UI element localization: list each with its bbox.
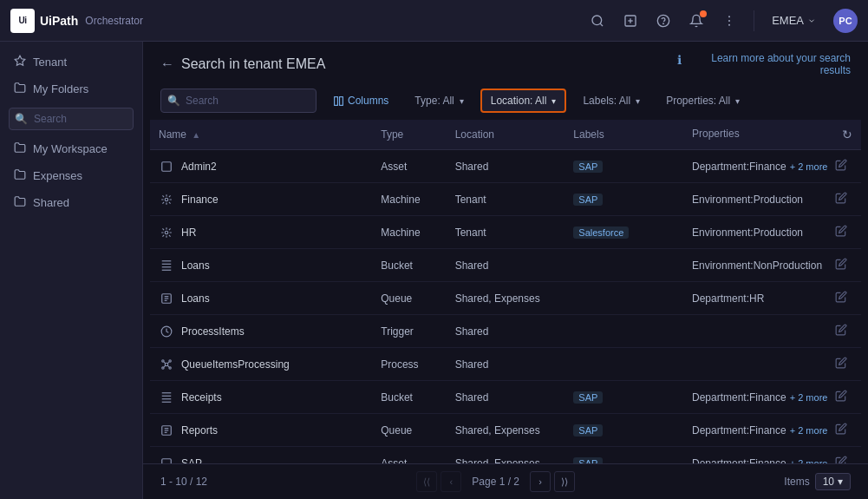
- cell-location: Tenant: [447, 216, 565, 249]
- asset-icon: [159, 456, 174, 464]
- row-name: Reports: [181, 424, 218, 437]
- svg-point-8: [728, 20, 730, 22]
- cell-type: Queue: [372, 414, 446, 447]
- table-row: ProcessItems Trigger Shared: [150, 315, 861, 348]
- cell-properties: Department:Finance+ 2 more: [683, 447, 861, 463]
- page-header-left: ← Search in tenant EMEA: [160, 56, 325, 72]
- cell-type: Asset: [372, 150, 446, 183]
- svg-point-29: [169, 366, 171, 368]
- first-page-button[interactable]: ⟨⟨: [416, 471, 437, 492]
- sidebar: Tenant My Folders 🔍 My Workspace Expense…: [0, 42, 143, 499]
- edit-button[interactable]: [830, 355, 852, 373]
- chevron-down-icon: ▾: [636, 96, 640, 106]
- help-button[interactable]: [649, 7, 677, 35]
- columns-label: Columns: [348, 95, 388, 107]
- avatar[interactable]: PC: [833, 9, 858, 33]
- cell-location: Shared, Expenses: [447, 447, 565, 464]
- row-name: Receipts: [181, 391, 222, 404]
- learn-more-link[interactable]: ℹ Learn more about your search results: [677, 52, 851, 76]
- edit-button[interactable]: [830, 454, 852, 463]
- cell-location: Shared, Expenses: [447, 282, 565, 315]
- chevron-down-icon: ▾: [735, 96, 740, 106]
- labels-filter[interactable]: Labels: All ▾: [573, 89, 649, 112]
- cell-location: Shared: [447, 381, 565, 414]
- results-table-container: Name ▲ Type Location Labels Properties ↻: [143, 120, 868, 463]
- edit-button[interactable]: [830, 190, 852, 208]
- items-per-page: Items 10 ▾: [784, 473, 851, 490]
- svg-line-30: [164, 362, 166, 364]
- edit-button[interactable]: [830, 223, 852, 241]
- edit-button[interactable]: [830, 388, 852, 406]
- cell-type: Machine: [372, 183, 446, 216]
- notification-button[interactable]: [682, 7, 710, 35]
- label-tag: SAP: [573, 424, 603, 437]
- label-tag: SAP: [573, 457, 603, 464]
- cell-name: Admin2: [150, 150, 372, 183]
- svg-line-1: [600, 23, 603, 26]
- cell-type: Machine: [372, 216, 446, 249]
- svg-marker-10: [15, 56, 25, 65]
- notification-badge: [700, 10, 707, 17]
- search-icon: 🔍: [167, 95, 180, 107]
- cell-type: Trigger: [372, 315, 446, 348]
- sidebar-search-icon: 🔍: [15, 113, 28, 125]
- add-button[interactable]: [617, 7, 644, 35]
- next-page-button[interactable]: ›: [530, 471, 551, 492]
- search-container: 🔍: [160, 89, 317, 113]
- property-value: Department:Finance+ 2 more: [692, 161, 827, 173]
- col-labels: Labels: [565, 120, 683, 150]
- row-name: HR: [181, 227, 196, 239]
- table-row: Reports Queue Shared, Expenses SAP Depar…: [150, 414, 861, 447]
- sidebar-item-expenses[interactable]: Expenses: [0, 162, 142, 189]
- label-tag: SAP: [573, 194, 603, 206]
- property-value: Department:Finance+ 2 more: [692, 391, 827, 404]
- back-button[interactable]: ←: [160, 56, 174, 72]
- sidebar-item-label: My Folders: [33, 82, 88, 95]
- edit-button[interactable]: [830, 289, 852, 307]
- location-filter[interactable]: Location: All ▾: [480, 89, 567, 113]
- sidebar-item-tenant[interactable]: Tenant: [0, 49, 142, 76]
- layout: Tenant My Folders 🔍 My Workspace Expense…: [0, 42, 868, 499]
- search-button[interactable]: [584, 7, 611, 35]
- last-page-button[interactable]: ⟩⟩: [554, 471, 575, 492]
- row-name: Loans: [181, 292, 210, 305]
- table-row: QueueItemsProcessing Process Shared: [150, 348, 861, 381]
- cell-labels: [565, 315, 683, 348]
- svg-rect-12: [340, 96, 343, 105]
- cell-name: Loans: [150, 282, 372, 315]
- columns-button[interactable]: Columns: [323, 89, 398, 112]
- pagination: 1 - 10 / 12 ⟨⟨ ‹ Page 1 / 2 › ⟩⟩ Items 1…: [143, 463, 868, 499]
- bucket-icon: [159, 390, 174, 405]
- edit-button[interactable]: [830, 322, 852, 340]
- sidebar-search-container: 🔍: [9, 108, 134, 130]
- svg-point-27: [169, 359, 171, 361]
- cell-labels: SAP: [565, 414, 683, 447]
- props-more: + 2 more: [790, 392, 828, 403]
- edit-button[interactable]: [830, 256, 852, 274]
- property-value: Environment:Production: [692, 227, 803, 239]
- cell-name: Loans: [150, 249, 372, 282]
- edit-button[interactable]: [830, 421, 852, 439]
- logo-subtitle: Orchestrator: [85, 15, 143, 27]
- sidebar-item-shared[interactable]: Shared: [0, 189, 142, 216]
- svg-rect-11: [335, 96, 338, 105]
- logo-name: UiPath: [40, 14, 78, 28]
- row-name: Admin2: [181, 161, 217, 173]
- table-row: Finance Machine Tenant SAP Environment:P…: [150, 183, 861, 216]
- prev-page-button[interactable]: ‹: [441, 471, 461, 492]
- items-per-page-selector[interactable]: 10 ▾: [815, 473, 851, 490]
- sidebar-item-my-workspace[interactable]: My Workspace: [0, 135, 142, 162]
- type-filter[interactable]: Type: All ▾: [405, 89, 473, 112]
- learn-more-text: Learn more about your search results: [687, 52, 851, 76]
- col-name[interactable]: Name ▲: [150, 120, 372, 150]
- more-options-button[interactable]: [715, 7, 743, 35]
- search-input[interactable]: [160, 89, 317, 113]
- svg-line-32: [164, 365, 166, 367]
- queue-icon: [159, 291, 174, 306]
- svg-line-33: [167, 365, 169, 367]
- refresh-button[interactable]: ↻: [842, 128, 852, 141]
- sidebar-item-my-folders[interactable]: My Folders: [0, 76, 142, 102]
- edit-button[interactable]: [830, 157, 852, 175]
- properties-filter[interactable]: Properties: All ▾: [656, 89, 749, 112]
- tenant-selector[interactable]: EMEA: [765, 10, 823, 30]
